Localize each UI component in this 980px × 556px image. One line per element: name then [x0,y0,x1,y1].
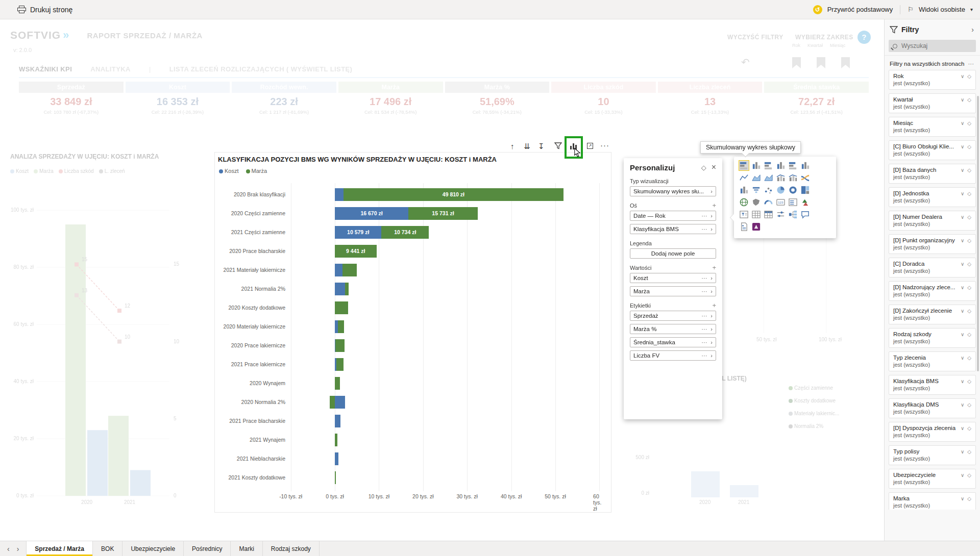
add-field-icon[interactable]: + [712,265,716,271]
slicer-icon[interactable] [739,209,749,220]
clear-filter-eraser-icon[interactable]: ◇ [967,285,971,290]
field-more-icon[interactable]: ··· [701,313,707,319]
undo-icon[interactable]: ↶ [741,56,750,68]
bar-marza[interactable] [336,358,344,371]
bar-koszt[interactable] [335,396,345,409]
filled-map-icon[interactable] [751,197,762,208]
filter-card[interactable]: [D] Punkt organizacyjny∨◇jest (wszystko) [889,234,976,254]
table-icon[interactable] [751,209,762,220]
expand-next-level-icon[interactable]: ↧ [538,142,545,151]
field-more-icon[interactable]: ··· [701,275,707,281]
page-tab-marki[interactable]: Marki [231,541,262,556]
clear-filter-eraser-icon[interactable]: ◇ [967,167,971,173]
matrix-icon[interactable] [763,209,774,220]
report-tab-2[interactable]: ANALITYKA [90,65,131,73]
chevron-down-icon[interactable]: ∨ [961,402,964,408]
print-page-button[interactable]: Drukuj stronę [0,6,72,14]
clear-filter-eraser-icon[interactable]: ◇ [967,73,971,79]
clear-filter-eraser-icon[interactable]: ◇ [967,261,971,267]
help-icon[interactable]: ? [857,31,871,44]
filter-card[interactable]: Klasyfikacja DMS∨◇jest (wszystko) [889,398,976,418]
clear-filter-eraser-icon[interactable]: ◇ [967,120,971,126]
page-tab-bok[interactable]: BOK [93,541,122,556]
bar-marza[interactable]: 15 731 zł [408,207,478,220]
filter-card[interactable]: Ubezpieczyciele∨◇jest (wszystko) [889,469,976,489]
bar-marza[interactable] [330,396,335,409]
pie-chart-icon[interactable] [775,185,786,195]
field-expand-icon[interactable]: › [710,326,713,332]
section-more-options-icon[interactable]: ··· [968,61,974,67]
donut-chart-icon[interactable] [788,185,798,195]
stacked-area-chart-icon[interactable] [763,172,774,183]
field-expand-icon[interactable]: › [710,352,713,359]
page-tab-sprzeda-mar-a[interactable]: Sprzedaż / Marża [27,541,93,556]
paginated-report-icon[interactable] [739,221,749,232]
field-well-item[interactable]: Sprzedaż···› [630,311,716,321]
chevron-down-icon[interactable]: ∨ [961,97,964,103]
filter-card[interactable]: Typ zlecenia∨◇jest (wszystko) [889,351,976,371]
filter-card[interactable]: Rok∨◇jest (wszystko) [889,70,976,90]
bookmark-flag-icon[interactable] [792,57,801,68]
range-option[interactable]: Miesiąc [830,43,846,48]
left-analysis-visual[interactable]: ANALIZA SPRZEDAŻY W UJĘCIU: KOSZT i MARŻ… [10,153,213,510]
funnel-chart-icon[interactable] [751,185,762,195]
field-expand-icon[interactable]: › [710,339,713,345]
legend-item[interactable]: Koszt [219,168,239,174]
field-more-icon[interactable]: ··· [701,288,707,294]
filter-card[interactable]: [C] Biuro Obsługi Klie...∨◇jest (wszystk… [889,140,976,160]
chevron-down-icon[interactable]: ∨ [961,167,964,173]
clear-filter-eraser-icon[interactable]: ◇ [967,332,971,337]
field-expand-icon[interactable]: › [710,226,713,232]
bar-marza[interactable] [342,264,357,276]
report-tab-1[interactable]: WSKAŹNIKI KPI [19,65,72,73]
filter-card[interactable]: Klasyfikacja BMS∨◇jest (wszystko) [889,375,976,395]
bar-marza[interactable] [335,339,345,352]
field-well-item[interactable]: Marża %···› [630,324,716,334]
decomposition-tree-icon[interactable] [788,209,798,220]
legend-item[interactable]: Marża [34,168,54,174]
filter-card[interactable]: Miesiąc∨◇jest (wszystko) [889,117,976,137]
add-field-icon[interactable]: + [712,302,716,309]
filter-search-box[interactable] [889,40,976,52]
line-and-stacked-column-chart-icon[interactable] [775,172,786,183]
chevron-down-icon[interactable]: ▾ [970,7,973,12]
bookmark-flag-icon[interactable] [841,57,850,68]
field-well-item[interactable]: Klasyfikacja BMS···› [630,224,716,234]
clear-filter-eraser-icon[interactable]: ◇ [967,191,971,196]
gauge-icon[interactable] [763,197,774,208]
page-tab-ubezpieczyciele[interactable]: Ubezpieczyciele [122,541,184,556]
filter-card[interactable]: Typ polisy∨◇jest (wszystko) [889,445,976,465]
select-range-button[interactable]: WYBIERZ ZAKRES [795,34,853,41]
filter-card[interactable]: Marka∨◇jest (wszystko) [889,492,976,510]
bar-marza[interactable] [335,471,336,484]
bar-marza[interactable]: 10 734 zł [381,226,429,239]
scatter-chart-icon[interactable] [763,185,774,195]
filter-card[interactable]: [D] Dyspozycja zlecenia∨◇jest (wszystko) [889,422,976,442]
legend-item[interactable]: L. zleceń [99,168,125,174]
bar-marza[interactable] [338,320,344,333]
personal-views-button[interactable]: Widoki osobiste [919,6,965,13]
chevron-down-icon[interactable]: ∨ [961,355,964,361]
legend-item[interactable]: Marża [246,168,267,174]
map-icon[interactable] [739,197,749,208]
range-option[interactable]: Kwartał [807,43,823,48]
bar-koszt[interactable] [335,415,340,427]
bms-classification-visual[interactable]: KLASYFIKACJA POZYCJI BMS WG WYNIKÓW SPRZ… [214,152,611,513]
report-tab-3[interactable]: LISTA ZLECEŃ ROZLICZAJĄCYCH ( WYŚWIETL L… [169,65,353,73]
bar-marza[interactable] [335,434,337,446]
filter-card[interactable]: [D] Nadzorujący zlece...∨◇jest (wszystko… [889,281,976,301]
bar-marza[interactable] [335,377,340,390]
chevron-down-icon[interactable]: ∨ [961,308,964,314]
chevron-down-icon[interactable]: ∨ [961,214,964,220]
q-and-a-icon[interactable] [800,209,811,220]
filter-card[interactable]: Kwartał∨◇jest (wszystko) [889,93,976,113]
more-options-icon[interactable]: ··· [600,141,609,149]
field-expand-icon[interactable]: › [710,313,713,319]
filter-card[interactable]: [D] Baza danych∨◇jest (wszystko) [889,164,976,184]
stacked-bar-chart-icon[interactable] [739,160,749,171]
bar-marza[interactable]: 49 810 zł [344,188,563,201]
bar-marza[interactable]: 9 441 zł [335,245,377,258]
chevron-down-icon[interactable]: ∨ [961,73,964,79]
bar-koszt[interactable] [335,452,338,465]
clear-filter-eraser-icon[interactable]: ◇ [967,402,971,408]
